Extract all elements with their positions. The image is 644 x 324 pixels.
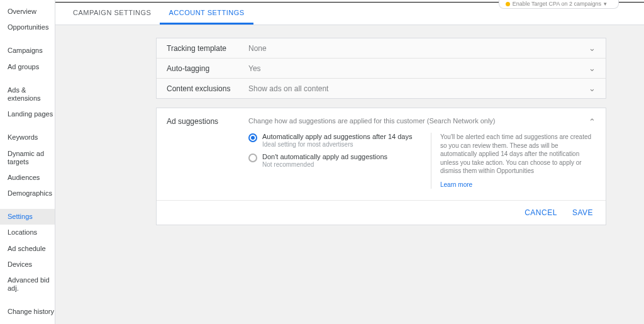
sidebar-item-campaigns[interactable]: Campaigns <box>0 43 55 59</box>
sidebar-item-audiences[interactable]: Audiences <box>0 170 55 186</box>
sidebar-item-change-history[interactable]: Change history <box>0 304 55 320</box>
option-subtitle: Ideal setting for most advertisers <box>262 141 412 148</box>
radio-group: Automatically apply ad suggestions after… <box>248 133 431 189</box>
action-bar: CANCEL SAVE <box>157 200 606 225</box>
row-label: Auto-tagging <box>167 64 248 73</box>
sidebar-item-ad-groups[interactable]: Ad groups <box>0 59 55 75</box>
collapsed-settings: Tracking template None ⌄ Auto-tagging Ye… <box>156 38 606 99</box>
help-note: You'll be alerted each time ad suggestio… <box>431 133 596 189</box>
cancel-button[interactable]: CANCEL <box>525 208 557 217</box>
option-title: Automatically apply ad suggestions after… <box>262 133 412 140</box>
sidebar-item-overview[interactable]: Overview <box>0 4 55 20</box>
chevron-down-icon: ⌄ <box>589 43 596 53</box>
row-label: Tracking template <box>167 44 248 53</box>
sidebar: OverviewOpportunitiesCampaignsAd groupsA… <box>0 0 55 324</box>
option-subtitle: Not recommended <box>262 161 387 168</box>
sidebar-item-keywords[interactable]: Keywords <box>0 130 55 145</box>
chevron-down-icon: ▾ <box>604 1 607 7</box>
sidebar-item-advanced-bid-adj-[interactable]: Advanced bid adj. <box>0 272 55 296</box>
chevron-up-icon[interactable]: ⌃ <box>589 117 596 126</box>
row-content-exclusions[interactable]: Content exclusions Show ads on all conte… <box>157 79 606 98</box>
sidebar-item-locations[interactable]: Locations <box>0 225 55 240</box>
option-auto-apply[interactable]: Automatically apply ad suggestions after… <box>248 133 431 148</box>
recommendation-pill[interactable]: Enable Target CPA on 2 campaigns ▾ <box>499 0 619 9</box>
sidebar-item-dynamic-ad-targets[interactable]: Dynamic ad targets <box>0 146 55 170</box>
option-title: Don't automatically apply ad suggestions <box>262 153 387 160</box>
recommendation-text: Enable Target CPA on 2 campaigns <box>513 1 601 7</box>
row-tracking-template[interactable]: Tracking template None ⌄ <box>157 38 606 59</box>
row-value: None <box>248 44 589 53</box>
sidebar-item-settings[interactable]: Settings <box>0 209 55 225</box>
ad-suggestions-card: Ad suggestions Change how ad suggestions… <box>156 108 606 225</box>
sidebar-item-ad-schedule[interactable]: Ad schedule <box>0 241 55 257</box>
save-button[interactable]: SAVE <box>572 208 593 217</box>
section-description: Change how ad suggestions are applied fo… <box>248 117 589 125</box>
chevron-down-icon: ⌄ <box>589 64 596 73</box>
sidebar-item-ads-extensions[interactable]: Ads & extensions <box>0 82 55 106</box>
tab-campaign-settings[interactable]: Campaign Settings <box>64 3 160 25</box>
sidebar-item-devices[interactable]: Devices <box>0 257 55 272</box>
section-label: Ad suggestions <box>167 117 248 126</box>
radio-icon <box>248 133 257 142</box>
learn-more-link[interactable]: Learn more <box>440 181 596 189</box>
help-text: You'll be alerted each time ad suggestio… <box>440 133 591 174</box>
tab-account-settings[interactable]: Account Settings <box>160 3 253 25</box>
bulb-icon <box>506 2 510 6</box>
main-area: Enable Target CPA on 2 campaigns ▾ Campa… <box>55 0 644 324</box>
sidebar-item-opportunities[interactable]: Opportunities <box>0 20 55 35</box>
radio-icon <box>248 154 257 162</box>
chevron-down-icon: ⌄ <box>589 84 596 93</box>
sidebar-item-landing-pages[interactable]: Landing pages <box>0 106 55 122</box>
row-value: Show ads on all content <box>248 84 589 93</box>
sidebar-item-demographics[interactable]: Demographics <box>0 186 55 201</box>
row-auto-tagging[interactable]: Auto-tagging Yes ⌄ <box>157 59 606 79</box>
option-dont-apply[interactable]: Don't automatically apply ad suggestions… <box>248 153 431 168</box>
row-label: Content exclusions <box>167 84 248 93</box>
row-value: Yes <box>248 64 589 73</box>
